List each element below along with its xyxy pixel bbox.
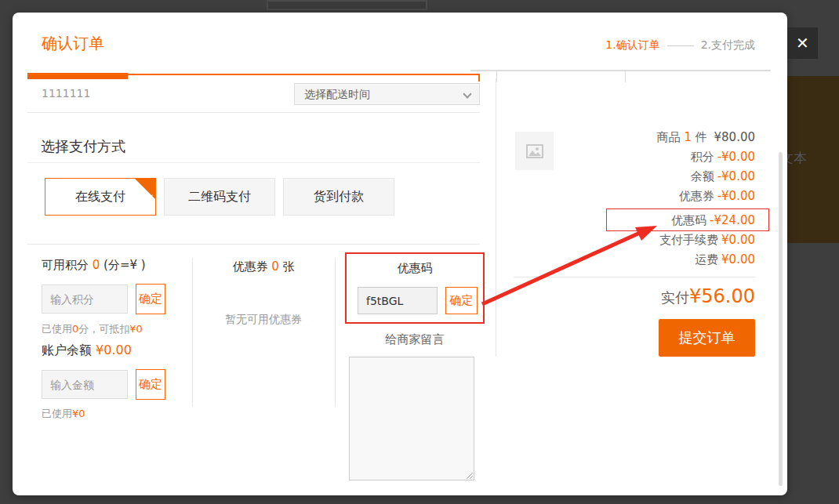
step-payment-done: 2.支付完成 [701,38,755,53]
product-table-edge [470,70,771,71]
checkout-steps: 1.确认订单 2.支付完成 [605,38,755,53]
chevron-down-icon [463,89,471,98]
balance-label: 账户余额 ¥0.00 [42,343,132,359]
tab-underline-corner [478,74,480,82]
balance-amount: ¥0.00 [96,343,132,357]
divider [27,112,480,113]
page-backdrop: 文本 确认订单 1.确认订单 2.支付完成 1111111 选择配送时间 选择支… [0,0,839,504]
summary-row-balance: 余额-¥0.00 [691,169,755,184]
divider [27,162,480,163]
coupon-title: 优惠券 0 张 [192,259,335,274]
total-amount: ¥56.00 [689,285,755,307]
modal-title: 确认订单 [42,33,104,54]
dimmed-search-box [267,0,427,10]
close-button[interactable]: ✕ [787,27,818,59]
summary-row-shipping: 运费¥0.00 [695,252,755,267]
column-divider [335,258,336,407]
payment-method-label: 在线支付 [75,189,125,204]
scrollbar-thumb[interactable] [779,152,783,486]
check-icon: ✓ [147,179,154,216]
image-placeholder-icon [526,144,543,158]
table-column-divider [496,71,497,82]
payment-method-online[interactable]: 在线支付 ✓ [45,178,156,216]
tab-underline [27,74,480,75]
points-available: 0 [93,258,100,272]
balance-confirm-button[interactable]: 确定 [136,369,165,400]
points-input[interactable] [42,285,128,314]
total-label: 实付 [661,289,689,306]
payment-method-qrcode[interactable]: 二维码支付 [164,178,275,216]
payment-method-cod[interactable]: 货到付款 [283,178,394,216]
panel-divider [496,78,496,357]
submit-order-button[interactable]: 提交订单 [659,319,755,357]
coupon-count: 0 [271,259,279,274]
points-confirm-button[interactable]: 确定 [136,284,165,314]
merchant-message-textarea[interactable] [349,357,474,480]
merchant-message-label: 给商家留言 [345,332,485,347]
coupon-empty-text: 暂无可用优惠券 [192,313,335,327]
step-connector [667,45,694,46]
summary-row-fee: 支付手续费¥0.00 [659,233,755,248]
order-note-text: 1111111 [42,87,90,100]
payment-method-heading: 选择支付方式 [41,137,125,156]
column-divider [192,258,193,407]
divider [27,244,480,245]
step-confirm-order: 1.确认订单 [605,38,659,53]
selected-corner-icon: ✓ [135,179,155,199]
payment-method-label: 二维码支付 [188,189,251,204]
points-used-note: 已使用0分，可抵扣¥0 [42,322,143,336]
summary-row-coupon: 优惠券-¥0.00 [679,189,755,204]
summary-product-row: 商品 1 件 ¥80.00 [657,130,755,145]
product-thumbnail-placeholder [515,132,554,170]
product-qty: 1 [684,130,692,144]
summary-row-points: 积分-¥0.00 [691,150,755,165]
table-column-divider [625,71,626,82]
balance-used-note: 已使用¥0 [42,407,85,421]
promo-annotation-box: 优惠码 确定 [345,252,485,324]
payment-method-label: 货到付款 [314,189,364,204]
summary-divider [514,277,755,277]
promo-confirm-button[interactable]: 确定 [445,287,478,314]
delivery-time-select[interactable]: 选择配送时间 [294,83,480,105]
promo-code-input[interactable] [358,287,438,314]
total-row: 实付¥56.00 [661,285,755,307]
promo-title: 优惠码 [347,261,483,276]
confirm-order-modal: 确认订单 1.确认订单 2.支付完成 1111111 选择配送时间 选择支付方式… [13,13,787,495]
product-amount: ¥80.00 [714,130,756,144]
summary-row-promo: 优惠码-¥24.00 [671,213,755,228]
points-label: 可用积分 0 (分=¥ ) [42,258,146,273]
delivery-time-select-label: 选择配送时间 [304,88,370,100]
balance-input[interactable] [42,370,128,399]
